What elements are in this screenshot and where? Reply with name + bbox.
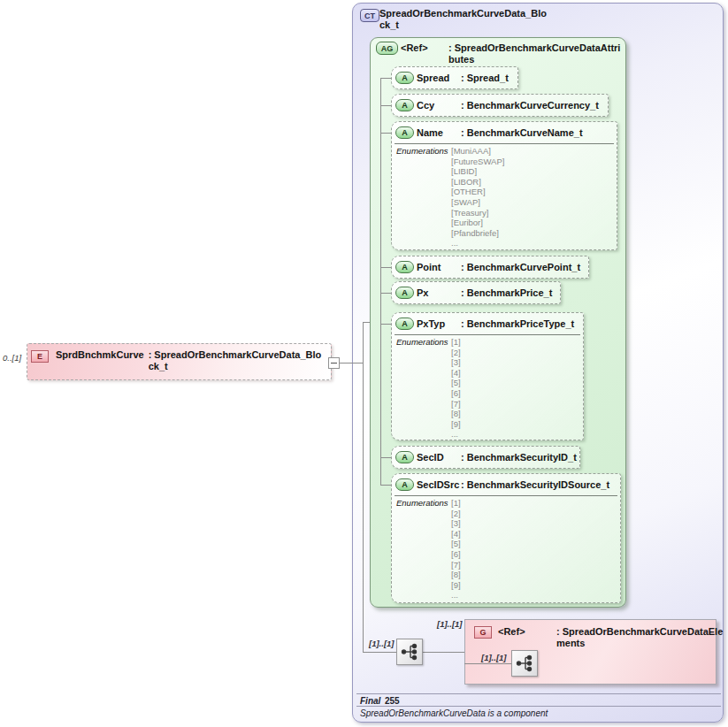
- element-name: SprdBnchmkCurve: [56, 349, 144, 360]
- attribute-group-ref-type: : SpreadOrBenchmarkCurveDataAttributes: [448, 42, 622, 65]
- enumeration-value: [Pfandbriefe]: [451, 228, 504, 239]
- enumeration-value: [5]: [451, 378, 461, 388]
- attribute-box-name[interactable]: A Name : BenchmarkCurveName_t Enumeratio…: [391, 121, 617, 250]
- cardinality-label: [1]..[1]: [437, 619, 463, 629]
- attribute-type: : BenchmarkSecurityIDSource_t: [461, 479, 609, 490]
- connector: [381, 324, 391, 325]
- enumeration-value: ...: [451, 590, 461, 601]
- element-cardinality: 0..[1]: [3, 353, 21, 363]
- element-box-sprdbnchmkcurve[interactable]: E SprdBnchmkCurve : SpreadOrBenchmarkCur…: [27, 343, 332, 380]
- attribute-tree-trunk: [380, 78, 381, 486]
- enumeration-value: [1]: [451, 498, 461, 509]
- complex-type-badge: CT: [360, 9, 379, 22]
- enumeration-value: [4]: [451, 529, 461, 540]
- sequence-compositor-icon[interactable]: [511, 650, 538, 677]
- attribute-type: : BenchmarkPriceType_t: [461, 318, 574, 329]
- enumeration-value: ...: [451, 238, 504, 249]
- enumerations-section: Enumerations [MuniAAA][FutureSWAP][LIBID…: [395, 143, 614, 249]
- attribute-badge: A: [395, 451, 414, 463]
- enumeration-value: [3]: [451, 357, 461, 368]
- enumeration-value: [6]: [451, 388, 461, 399]
- attribute-type: : BenchmarkPrice_t: [461, 287, 552, 298]
- attribute-box-pxtyp[interactable]: A PxTyp : BenchmarkPriceType_t Enumerati…: [391, 312, 584, 440]
- group-ref-type: : SpreadOrBenchmarkCurveDataElements: [556, 626, 726, 649]
- attribute-group-badge: AG: [376, 42, 398, 55]
- enumeration-value: [Treasury]: [451, 208, 504, 218]
- attribute-type: : BenchmarkCurveName_t: [461, 127, 583, 138]
- attribute-badge: A: [395, 126, 414, 139]
- collapse-icon: [331, 363, 337, 364]
- attribute-box-secidsrc[interactable]: A SecIDSrc : BenchmarkSecurityIDSource_t…: [391, 473, 621, 603]
- attribute-badge: A: [395, 72, 414, 84]
- enumeration-value: [4]: [451, 368, 461, 379]
- attribute-badge: A: [395, 99, 414, 111]
- enumeration-value: [2]: [451, 348, 461, 358]
- enumeration-value: [1]: [451, 337, 461, 348]
- connector: [381, 78, 391, 79]
- sequence-compositor-icon[interactable]: [396, 639, 423, 665]
- connector: [381, 267, 391, 268]
- enumeration-list: [MuniAAA][FutureSWAP][LIBID][LIBOR][OTHE…: [451, 146, 504, 249]
- attribute-name: Px: [417, 287, 461, 298]
- attribute-badge: A: [395, 261, 414, 273]
- attribute-name: Spread: [417, 73, 461, 83]
- enumeration-value: [LIBID]: [451, 166, 504, 177]
- element-badge: E: [31, 350, 49, 363]
- footer-divider: [356, 693, 721, 694]
- element-type: : SpreadOrBenchmarkCurveData_Block_t: [149, 349, 323, 372]
- attribute-badge: A: [395, 287, 414, 299]
- enumeration-value: [2]: [451, 509, 461, 519]
- attribute-type: : BenchmarkCurveCurrency_t: [461, 100, 599, 111]
- enumeration-value: [3]: [451, 518, 461, 529]
- enumeration-value: [6]: [451, 549, 461, 560]
- footer-note: SpreadOrBenchmarkCurveData is a componen…: [360, 708, 548, 718]
- attribute-name: Point: [417, 262, 461, 272]
- attribute-group-ref-name: <Ref>: [401, 42, 428, 53]
- enumerations-label: Enumerations: [396, 337, 451, 440]
- group-box[interactable]: G <Ref> : SpreadOrBenchmarkCurveDataElem…: [464, 619, 717, 685]
- enumeration-value: [9]: [451, 419, 461, 430]
- collapse-toggle[interactable]: [328, 357, 340, 369]
- content-trunk: [363, 322, 364, 653]
- enumeration-value: ...: [451, 429, 461, 440]
- attribute-box-secid[interactable]: A SecID : BenchmarkSecurityID_t: [391, 446, 580, 469]
- attribute-badge: A: [395, 318, 414, 330]
- attribute-type: : Spread_t: [461, 73, 509, 83]
- schema-diagram: CT SpreadOrBenchmarkCurveData_Block_t Fi…: [0, 0, 728, 727]
- cardinality-label: [1]..[1]: [481, 653, 507, 662]
- connector: [381, 293, 391, 294]
- sequence-glyph: [400, 642, 419, 662]
- attribute-box-px[interactable]: A Px : BenchmarkPrice_t: [391, 281, 561, 304]
- connector: [423, 652, 464, 653]
- cardinality-label: [1]..[1]: [369, 639, 395, 648]
- attribute-box-point[interactable]: A Point : BenchmarkCurvePoint_t: [391, 256, 589, 279]
- enumeration-value: [FutureSWAP]: [451, 157, 504, 167]
- complex-type-title: SpreadOrBenchmarkCurveData_Block_t: [379, 8, 548, 31]
- attribute-type: : BenchmarkSecurityID_t: [461, 452, 577, 463]
- enumerations-section: Enumerations [1][2][3][4][5][6][7][8][9]…: [395, 334, 580, 440]
- final-label: Final: [360, 696, 380, 706]
- enumeration-list: [1][2][3][4][5][6][7][8][9]...: [451, 498, 461, 601]
- enumeration-value: [LIBOR]: [451, 177, 504, 187]
- attribute-box-spread[interactable]: A Spread : Spread_t: [391, 66, 518, 89]
- connector: [381, 133, 391, 134]
- enumerations-label: Enumerations: [396, 146, 451, 249]
- attribute-name: SecIDSrc: [417, 479, 461, 490]
- attribute-box-ccy[interactable]: A Ccy : BenchmarkCurveCurrency_t: [391, 94, 609, 117]
- attribute-type: : BenchmarkCurvePoint_t: [461, 262, 580, 272]
- enumeration-value: [OTHER]: [451, 187, 504, 197]
- attribute-badge: A: [395, 478, 414, 491]
- connector: [340, 363, 364, 364]
- enumerations-section: Enumerations [1][2][3][4][5][6][7][8][9]…: [395, 495, 617, 601]
- enumeration-value: [8]: [451, 409, 461, 419]
- final-value: 255: [385, 696, 400, 706]
- attribute-name: SecID: [417, 452, 461, 463]
- footer-divider: [356, 706, 721, 707]
- enumeration-value: [7]: [451, 399, 461, 409]
- enumeration-value: [MuniAAA]: [451, 146, 504, 157]
- connector: [381, 105, 391, 106]
- enumeration-value: [8]: [451, 570, 461, 580]
- enumerations-label: Enumerations: [396, 498, 451, 601]
- connector: [364, 322, 370, 323]
- connector: [364, 652, 396, 653]
